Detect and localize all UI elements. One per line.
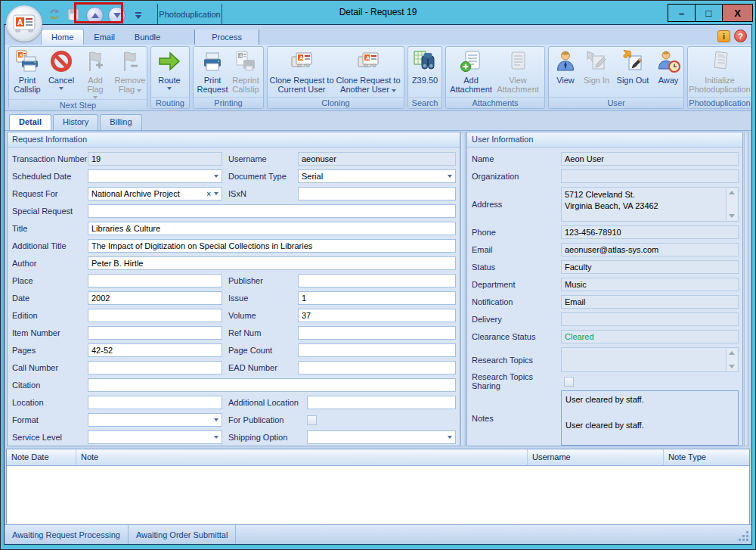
notification-field: Email bbox=[561, 295, 739, 309]
additional-location-field[interactable] bbox=[307, 396, 456, 409]
publisher-label: Publisher bbox=[228, 276, 298, 285]
chevron-down-icon[interactable] bbox=[214, 175, 218, 178]
print-request-button[interactable]: Print Request bbox=[195, 48, 230, 97]
title-field[interactable]: Libraries & Culture bbox=[88, 222, 456, 235]
document-type-combo[interactable]: Serial bbox=[298, 169, 456, 183]
z3950-button[interactable]: Z39.50 bbox=[410, 48, 440, 97]
location-label: Location bbox=[12, 398, 88, 407]
content-scrollbar[interactable] bbox=[744, 132, 749, 446]
call-number-field[interactable] bbox=[88, 361, 222, 374]
ref-num-field[interactable] bbox=[298, 326, 456, 340]
research-topics-field bbox=[561, 347, 739, 372]
svg-text:A: A bbox=[17, 18, 23, 26]
clone-request-another-user-button[interactable]: A Clone Request to Another User bbox=[334, 48, 402, 97]
column-note[interactable]: Note bbox=[76, 449, 528, 465]
chevron-down-icon[interactable] bbox=[214, 436, 218, 439]
tab-billing[interactable]: Billing bbox=[100, 114, 141, 130]
author-field[interactable]: Peter B. Hirtle bbox=[88, 256, 456, 270]
page-count-field[interactable] bbox=[298, 343, 456, 357]
add-attachment-button[interactable]: Add Attachment bbox=[448, 48, 494, 97]
route-button[interactable]: Route bbox=[153, 48, 186, 97]
chevron-down-icon[interactable] bbox=[214, 192, 218, 195]
additional-title-field[interactable]: The Impact of Digitization on Special Co… bbox=[88, 239, 456, 253]
svg-text:A: A bbox=[240, 54, 243, 58]
panel-scrollbar[interactable] bbox=[460, 132, 466, 446]
print-callslip-button[interactable]: A Print Callslip bbox=[11, 48, 44, 99]
phone-label: Phone bbox=[472, 228, 561, 237]
cancel-icon bbox=[49, 49, 73, 75]
date-label: Date bbox=[12, 294, 88, 303]
close-button[interactable]: X bbox=[722, 4, 753, 22]
photoduplication-icon bbox=[708, 49, 732, 75]
edition-field[interactable] bbox=[88, 309, 222, 322]
app-window: Detail - Request 19 – □ X A bbox=[0, 0, 756, 550]
application-menu-button[interactable]: A bbox=[6, 5, 42, 42]
tab-email[interactable]: Email bbox=[84, 30, 125, 45]
chevron-down-icon[interactable] bbox=[448, 436, 452, 439]
scrollbar[interactable] bbox=[726, 188, 737, 220]
for-publication-checkbox[interactable] bbox=[307, 415, 317, 425]
volume-field[interactable]: 37 bbox=[298, 309, 456, 322]
issue-field[interactable]: 1 bbox=[298, 291, 456, 305]
scroll-down-icon bbox=[729, 365, 735, 368]
format-label: Format bbox=[12, 415, 88, 424]
column-username[interactable]: Username bbox=[528, 449, 664, 465]
tab-process[interactable]: Process bbox=[194, 30, 259, 45]
research-topics-sharing-checkbox[interactable] bbox=[564, 377, 574, 387]
notes-grid-body[interactable] bbox=[7, 466, 749, 524]
add-flag-button[interactable]: Add Flag bbox=[79, 48, 112, 99]
remove-flag-button[interactable]: Remove Flag bbox=[112, 48, 148, 99]
place-field[interactable] bbox=[88, 274, 222, 287]
format-combo[interactable] bbox=[88, 413, 222, 427]
scrollbar[interactable] bbox=[726, 349, 737, 371]
date-field[interactable]: 2002 bbox=[88, 291, 222, 305]
sign-out-button[interactable]: Sign Out bbox=[612, 48, 653, 97]
resize-grip[interactable] bbox=[739, 532, 748, 541]
isxn-field[interactable] bbox=[298, 187, 456, 200]
tab-bundle[interactable]: Bundle bbox=[125, 30, 170, 45]
sign-in-button[interactable]: Sign In bbox=[581, 48, 612, 97]
request-for-combo[interactable]: National Archive Project× bbox=[88, 187, 222, 200]
tab-history[interactable]: History bbox=[53, 114, 98, 130]
pages-field[interactable]: 42-52 bbox=[88, 343, 222, 357]
clear-icon[interactable]: × bbox=[206, 190, 211, 198]
route-dropdown-arrow[interactable] bbox=[167, 87, 172, 90]
title-label: Title bbox=[12, 224, 88, 233]
help-icon[interactable]: ? bbox=[734, 30, 747, 42]
reprint-callslip-button[interactable]: A Reprint Callslip bbox=[230, 48, 262, 97]
location-field[interactable] bbox=[88, 396, 222, 409]
view-user-button[interactable]: View bbox=[550, 48, 581, 97]
hints-icon[interactable]: i bbox=[717, 30, 730, 42]
organization-field bbox=[561, 169, 739, 183]
view-attachment-button[interactable]: View Attachment bbox=[494, 48, 541, 97]
publisher-field[interactable] bbox=[298, 274, 456, 287]
clone-request-current-user-button[interactable]: A Clone Request to Current User bbox=[269, 48, 334, 97]
service-level-combo[interactable] bbox=[88, 430, 222, 444]
tab-home[interactable]: Home bbox=[41, 29, 84, 45]
page-count-label: Page Count bbox=[228, 346, 298, 355]
ead-number-field[interactable] bbox=[298, 361, 456, 374]
customize-qat-button[interactable] bbox=[135, 12, 141, 19]
citation-field[interactable] bbox=[88, 378, 456, 392]
citation-label: Citation bbox=[12, 381, 88, 390]
minimize-button[interactable]: – bbox=[668, 4, 696, 22]
shipping-option-label: Shipping Option bbox=[228, 433, 307, 442]
cancel-button[interactable]: Cancel bbox=[44, 48, 79, 99]
chevron-down-icon[interactable] bbox=[214, 418, 218, 421]
initialize-photoduplication-button[interactable]: Initialize Photoduplication bbox=[689, 48, 750, 97]
chevron-down-icon[interactable] bbox=[448, 175, 452, 178]
maximize-button[interactable]: □ bbox=[695, 4, 723, 22]
refresh-button[interactable] bbox=[46, 7, 63, 23]
research-topics-label: Research Topics bbox=[472, 356, 561, 365]
cancel-dropdown-arrow[interactable] bbox=[59, 87, 64, 90]
view-attachment-icon bbox=[506, 49, 530, 75]
column-note-type[interactable]: Note Type bbox=[664, 449, 749, 465]
item-number-field[interactable] bbox=[88, 326, 222, 340]
tab-detail[interactable]: Detail bbox=[9, 114, 51, 130]
scroll-down-icon bbox=[729, 214, 735, 218]
special-request-field[interactable] bbox=[88, 204, 456, 218]
shipping-option-combo[interactable] bbox=[307, 430, 456, 444]
away-button[interactable]: Away bbox=[653, 48, 683, 97]
column-note-date[interactable]: Note Date bbox=[7, 449, 76, 465]
scheduled-date-combo[interactable] bbox=[88, 169, 222, 183]
